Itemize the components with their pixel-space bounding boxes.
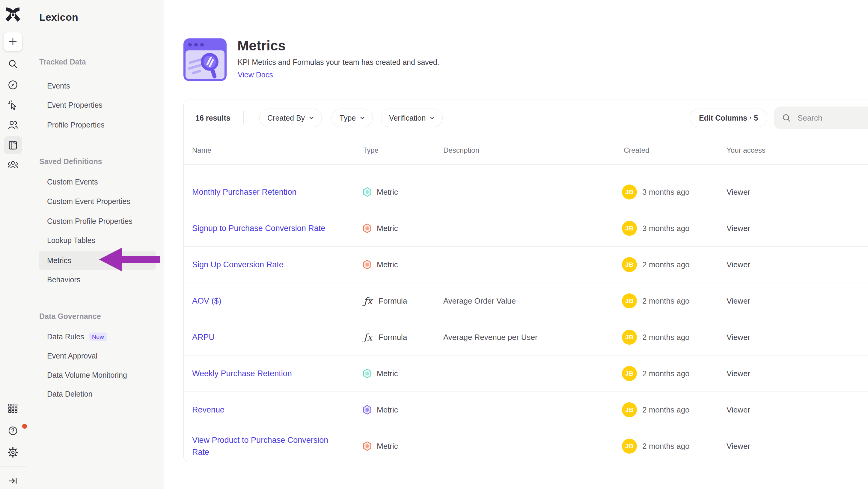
avatar: JB <box>622 366 637 381</box>
table-row[interactable]: View Product to Purchase Conversion Rate… <box>184 428 868 464</box>
section-header-tracked-data: Tracked Data <box>39 58 86 66</box>
avatar: JB <box>622 293 637 308</box>
table-body: Monthly Purchaser Retention Metric JB 3 … <box>184 174 868 464</box>
sidebar-item-custom-event-properties[interactable]: Custom Event Properties <box>47 197 130 206</box>
cursor-click-icon[interactable] <box>8 100 18 110</box>
type-label: Metric <box>377 369 398 378</box>
metric-name-link[interactable]: Revenue <box>192 404 342 416</box>
create-plus-button[interactable] <box>4 32 22 51</box>
sidebar-item-events[interactable]: Events <box>47 82 70 90</box>
search-icon <box>782 113 791 122</box>
avatar: JB <box>622 439 637 454</box>
sidebar-item-custom-profile-properties[interactable]: Custom Profile Properties <box>47 217 132 226</box>
metric-hexagon-orange-icon <box>363 441 371 451</box>
lexicon-metrics-page: { "app": { "sidebar_title": "Lexicon" },… <box>0 0 868 489</box>
column-header-created[interactable]: Created <box>624 146 649 154</box>
metrics-table-card: 16 results Created By Type Verification … <box>183 99 868 462</box>
metric-name-link[interactable]: Signup to Purchase Conversion Rate <box>192 222 342 234</box>
icon-rail <box>0 0 26 489</box>
sidebar-item-data-volume-monitoring[interactable]: Data Volume Monitoring <box>47 371 127 379</box>
filter-verification[interactable]: Verification <box>381 109 443 127</box>
search-icon[interactable] <box>8 59 18 69</box>
avatar: JB <box>622 402 637 417</box>
section-header-data-governance: Data Governance <box>39 312 101 321</box>
type-label: Formula <box>378 296 407 306</box>
search-input[interactable] <box>797 113 868 123</box>
created-cell: 2 months ago <box>642 369 690 378</box>
table-row[interactable]: Weekly Purchase Retention Metric JB 2 mo… <box>184 355 868 392</box>
sidebar-item-profile-properties[interactable]: Profile Properties <box>47 121 104 129</box>
chevron-down-icon <box>360 116 365 119</box>
section-header-saved-definitions: Saved Definitions <box>39 157 102 166</box>
created-cell: 3 months ago <box>642 224 690 233</box>
users-icon[interactable] <box>8 120 18 130</box>
filter-type[interactable]: Type <box>332 109 373 127</box>
view-docs-link[interactable]: View Docs <box>238 70 273 79</box>
sidebar-item-event-approval[interactable]: Event Approval <box>47 352 97 360</box>
column-header-name[interactable]: Name <box>192 146 211 154</box>
sidebar-item-event-properties[interactable]: Event Properties <box>47 101 102 110</box>
compass-icon[interactable] <box>8 80 18 90</box>
lexicon-sidebar: Lexicon Tracked Data Events Event Proper… <box>26 0 164 489</box>
scrolled-row-sliver <box>184 164 868 174</box>
formula-fx-icon: ƒx <box>363 295 373 306</box>
mixpanel-logo-icon[interactable] <box>5 7 21 22</box>
apps-grid-icon[interactable] <box>8 403 18 413</box>
cohorts-people-icon[interactable] <box>7 160 18 170</box>
access-cell: Viewer <box>726 260 750 269</box>
type-label: Metric <box>377 224 398 233</box>
rail-divider <box>0 466 26 466</box>
metric-name-link[interactable]: ARPU <box>192 331 342 343</box>
metric-hexagon-teal-icon <box>363 369 371 378</box>
metric-name-link[interactable]: Weekly Purchase Retention <box>192 368 342 379</box>
table-header-row: Name Type Description Created Your acces… <box>184 136 868 165</box>
created-cell: 2 months ago <box>642 296 690 306</box>
formula-fx-icon: ƒx <box>363 332 373 343</box>
type-label: Metric <box>377 405 398 414</box>
sidebar-item-metrics[interactable]: Metrics <box>47 256 71 265</box>
sidebar-item-custom-events[interactable]: Custom Events <box>47 178 98 186</box>
metric-name-link[interactable]: Monthly Purchaser Retention <box>192 186 342 198</box>
avatar: JB <box>622 330 637 345</box>
page-description: KPI Metrics and Formulas your team has c… <box>238 58 439 66</box>
chevron-down-icon <box>309 116 314 119</box>
filter-created-by[interactable]: Created By <box>259 109 322 127</box>
created-cell: 2 months ago <box>642 333 690 342</box>
table-row[interactable]: Sign Up Conversion Rate Metric JB 2 mont… <box>184 247 868 283</box>
metric-name-link[interactable]: View Product to Purchase Conversion Rate <box>192 434 342 458</box>
metric-hexagon-teal-icon <box>363 187 371 197</box>
type-label: Metric <box>377 188 398 197</box>
settings-gear-icon[interactable] <box>8 447 18 458</box>
notification-dot <box>22 424 27 429</box>
created-cell: 2 months ago <box>642 441 690 451</box>
lexicon-book-icon[interactable] <box>4 136 22 154</box>
sidebar-item-lookup-tables[interactable]: Lookup Tables <box>47 236 95 245</box>
column-header-description[interactable]: Description <box>443 146 479 154</box>
created-cell: 2 months ago <box>642 405 690 414</box>
page-title: Metrics <box>237 37 286 54</box>
edit-columns-button[interactable]: Edit Columns · 5 <box>690 109 767 127</box>
access-cell: Viewer <box>726 441 750 451</box>
metric-hexagon-orange-icon <box>363 224 371 233</box>
sidebar-item-behaviors[interactable]: Behaviors <box>47 276 80 284</box>
table-row[interactable]: Revenue Metric JB 2 months ago Viewer <box>184 392 868 428</box>
help-icon[interactable] <box>0 426 26 436</box>
created-cell: 2 months ago <box>642 260 690 269</box>
metric-name-link[interactable]: Sign Up Conversion Rate <box>192 259 342 270</box>
sidebar-item-data-rules[interactable]: Data Rules New <box>47 333 107 341</box>
description-cell: Average Order Value <box>443 296 516 306</box>
table-row[interactable]: Monthly Purchaser Retention Metric JB 3 … <box>184 174 868 210</box>
table-row[interactable]: ARPU ƒx Formula Average Revenue per User… <box>184 319 868 355</box>
search-box[interactable] <box>774 107 868 129</box>
table-row[interactable]: AOV ($) ƒx Formula Average Order Value J… <box>184 283 868 319</box>
results-count: 16 results <box>195 114 230 122</box>
new-badge: New <box>89 333 107 341</box>
metric-name-link[interactable]: AOV ($) <box>192 295 342 307</box>
sidebar-item-data-deletion[interactable]: Data Deletion <box>47 390 92 398</box>
table-row[interactable]: Signup to Purchase Conversion Rate Metri… <box>184 210 868 247</box>
collapse-sidebar-icon[interactable] <box>8 477 18 485</box>
access-cell: Viewer <box>726 369 750 378</box>
column-header-your-access[interactable]: Your access <box>726 146 766 154</box>
column-header-type[interactable]: Type <box>363 146 378 154</box>
sidebar-title: Lexicon <box>39 11 78 23</box>
